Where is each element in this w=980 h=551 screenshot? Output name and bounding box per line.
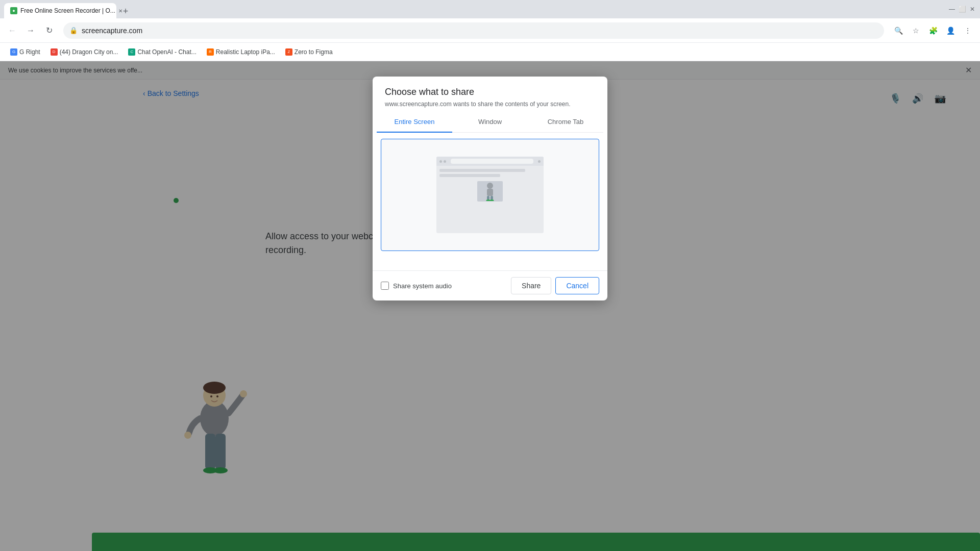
profile-icon[interactable]: 👤	[942, 22, 959, 39]
svg-point-16	[490, 199, 494, 201]
mini-line-1	[439, 169, 525, 172]
bookmark-favicon-0: G	[10, 48, 17, 56]
mini-dot-2	[444, 160, 446, 163]
modal-title: Choose what to share	[385, 87, 595, 97]
page-content: We use cookies to improve the services w…	[0, 61, 980, 551]
toolbar-icons: 🔍 ☆ 🧩 👤 ⋮	[890, 22, 976, 39]
url-text: screencapture.com	[82, 27, 142, 35]
share-modal: Choose what to share www.screencapture.c…	[373, 77, 607, 300]
svg-rect-13	[487, 196, 489, 200]
close-window-button[interactable]: ✕	[969, 6, 976, 13]
tab-chrome-tab[interactable]: Chrome Tab	[528, 112, 603, 133]
new-tab-button[interactable]: +	[118, 4, 133, 18]
bookmark-favicon-3: R	[207, 48, 214, 56]
bookmark-item-1[interactable]: D (44) Dragon City on...	[46, 46, 122, 58]
modal-subtitle: www.screencapture.com wants to share the…	[385, 101, 595, 108]
mini-dot-1	[439, 160, 442, 163]
modal-preview	[373, 133, 607, 270]
extension-icon[interactable]: 🧩	[925, 22, 941, 39]
cancel-button[interactable]: Cancel	[555, 277, 599, 294]
menu-icon[interactable]: ⋮	[960, 22, 976, 39]
bookmark-item-4[interactable]: Z Zero to Figma	[281, 46, 337, 58]
mini-address	[451, 159, 533, 164]
tab-entire-screen[interactable]: Entire Screen	[377, 112, 452, 133]
search-icon[interactable]: 🔍	[890, 22, 906, 39]
svg-point-15	[486, 199, 491, 201]
mini-content	[436, 166, 544, 209]
svg-rect-12	[487, 189, 493, 196]
mini-screenshot	[436, 157, 544, 233]
screen-preview-selected[interactable]	[381, 139, 599, 251]
svg-rect-14	[491, 196, 493, 200]
mini-dot-3	[538, 160, 541, 163]
share-audio-text: Share system audio	[393, 282, 452, 290]
lock-icon: 🔒	[69, 27, 78, 34]
minimize-button[interactable]: —	[948, 6, 955, 13]
tab-favicon: ●	[10, 7, 17, 14]
bookmark-item-2[interactable]: C Chat OpenAI - Chat...	[124, 46, 200, 58]
share-audio-checkbox[interactable]	[381, 282, 389, 290]
mini-header	[436, 157, 544, 166]
mini-char-svg	[482, 182, 498, 201]
bookmarks-bar: G G Right D (44) Dragon City on... C Cha…	[0, 43, 980, 61]
modal-header: Choose what to share www.screencapture.c…	[373, 77, 607, 112]
modal-footer: Share system audio Share Cancel	[373, 270, 607, 300]
mini-illustration	[477, 181, 503, 202]
svg-point-11	[487, 183, 493, 189]
browser-frame: ● Free Online Screen Recorder | O... ✕ +…	[0, 0, 980, 551]
bookmark-favicon-4: Z	[285, 48, 292, 56]
share-audio-label[interactable]: Share system audio	[381, 282, 452, 290]
tab-window[interactable]: Window	[452, 112, 528, 133]
title-bar: ● Free Online Screen Recorder | O... ✕ +…	[0, 0, 980, 18]
screen-preview-inner	[381, 139, 599, 251]
restore-button[interactable]: ⬜	[959, 6, 966, 13]
reload-button[interactable]: ↻	[41, 22, 57, 39]
bookmark-favicon-1: D	[51, 48, 58, 56]
back-button[interactable]: ←	[4, 22, 20, 39]
bookmark-item-3[interactable]: R Realistic Laptop iPa...	[203, 46, 279, 58]
mini-line-2	[439, 174, 500, 177]
address-bar[interactable]: 🔒 screencapture.com	[63, 22, 884, 39]
active-tab[interactable]: ● Free Online Screen Recorder | O... ✕	[4, 3, 116, 18]
modal-tabs: Entire Screen Window Chrome Tab	[377, 112, 603, 133]
modal-overlay: Choose what to share www.screencapture.c…	[0, 61, 980, 551]
browser-toolbar: ← → ↻ 🔒 screencapture.com 🔍 ☆ 🧩 👤 ⋮	[0, 18, 980, 43]
bookmark-favicon-2: C	[128, 48, 135, 56]
share-button[interactable]: Share	[511, 277, 551, 294]
footer-buttons: Share Cancel	[511, 277, 599, 294]
bookmark-item-0[interactable]: G G Right	[6, 46, 44, 58]
bookmark-icon[interactable]: ☆	[908, 22, 924, 39]
forward-button[interactable]: →	[22, 22, 39, 39]
tab-bar: ● Free Online Screen Recorder | O... ✕ +	[4, 0, 133, 18]
tab-label: Free Online Screen Recorder | O...	[20, 7, 115, 14]
